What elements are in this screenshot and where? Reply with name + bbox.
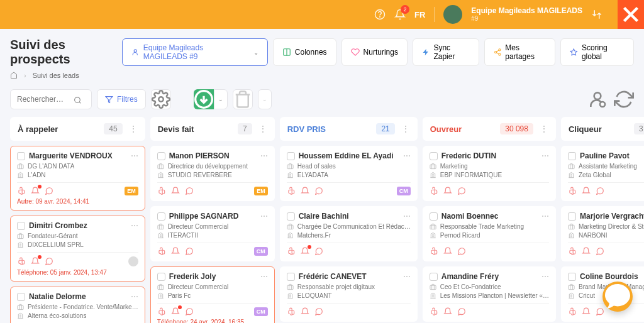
breadcrumb-item[interactable]: Suivi des leads [33,72,79,79]
settings-button[interactable] [151,89,171,109]
checkbox[interactable] [287,152,295,160]
checkbox[interactable] [287,212,295,221]
bell-icon[interactable] [301,187,309,195]
team-pill[interactable]: Equipe Magileads MAGILEADS #9⌄ [122,38,268,66]
bell-icon[interactable] [582,307,591,316]
prospect-card[interactable]: Naomi Boennec⋯Responsable Trade Marketin… [423,206,556,261]
chat-icon[interactable] [596,187,604,195]
columns-pill[interactable]: Colonnes [273,38,336,66]
column-menu-icon[interactable]: ⋮ [125,124,138,134]
checkbox[interactable] [568,152,576,160]
checkbox[interactable] [17,293,25,301]
user-settings-button[interactable] [587,89,608,109]
bell-icon[interactable] [443,247,452,256]
bell-icon[interactable] [31,187,40,195]
chat-icon[interactable] [45,257,53,266]
bell-icon[interactable] [582,187,591,195]
bell-icon[interactable]: 2 [394,9,406,20]
bell-icon[interactable] [443,307,452,316]
download-combo[interactable]: ⌄ [194,89,228,109]
more-icon[interactable]: ⋯ [260,212,268,221]
prospect-card[interactable]: Houssem Eddine EL Ayadi⋯Head of salesELY… [280,146,418,201]
more-icon[interactable]: ⋯ [131,292,138,301]
chat-icon[interactable] [314,187,323,195]
bell-icon[interactable] [443,187,452,195]
language-selector[interactable]: FR [414,10,425,19]
thumbs-down-icon[interactable] [157,187,166,195]
column-menu-icon[interactable]: ⋮ [255,124,267,134]
download-button[interactable] [194,89,214,109]
prospect-card[interactable]: Natalie Delorme⋯Présidente - Fondatrice.… [10,287,145,323]
prospect-card[interactable]: Manon PIERSON⋯Directrice du développemen… [150,146,275,201]
prospect-card[interactable]: Philippe SAGNARD⋯Directeur CommercialITE… [150,206,275,261]
more-icon[interactable]: ⋯ [541,272,549,281]
prospect-card[interactable]: Pauline Pavot⋯Assistante MarketingZeta G… [561,146,644,201]
prospect-card[interactable]: Dimitri Crombez⋯Fondateur-GérantDIXCELLI… [10,216,145,282]
more-icon[interactable]: ⋯ [131,221,138,230]
thumbs-down-icon[interactable] [568,187,577,195]
scoring-pill[interactable]: Scoring global [560,38,634,66]
bell-icon[interactable] [31,257,40,266]
download-dropdown[interactable]: ⌄ [214,89,228,109]
more-icon[interactable]: ⋯ [541,151,549,160]
prospect-card[interactable]: Marjorie Vergracht⋯Marketing Director & … [561,206,644,261]
prospect-card[interactable]: Marguerite VENDROUX⋯DG L'ADN DATAL'ADN E… [10,146,145,211]
more-icon[interactable]: ⋯ [403,272,411,281]
chat-icon[interactable] [457,187,466,195]
filters-button[interactable]: Filtres [97,89,146,109]
checkbox[interactable] [568,212,576,221]
thumbs-down-icon[interactable] [287,247,296,256]
thumbs-down-icon[interactable] [17,257,26,266]
bell-icon[interactable] [582,247,591,256]
checkbox[interactable] [430,212,438,221]
search-input[interactable] [17,95,74,104]
chat-icon[interactable] [314,247,323,256]
prospect-card[interactable]: Frederik Joly⋯Directeur CommercialParis … [150,266,275,323]
checkbox[interactable] [157,212,165,221]
checkbox[interactable] [430,273,438,281]
more-icon[interactable]: ⋯ [260,151,268,160]
more-icon[interactable]: ⋯ [403,212,411,221]
thumbs-down-icon[interactable] [430,307,438,316]
thumbs-down-icon[interactable] [157,247,166,256]
swap-icon[interactable] [591,9,602,20]
trash-button[interactable] [233,89,253,109]
chat-fab[interactable] [602,282,633,312]
thumbs-down-icon[interactable] [17,187,26,195]
bell-icon[interactable] [171,187,180,195]
chat-icon[interactable] [457,247,466,256]
shares-pill[interactable]: Mes partages [484,38,556,66]
chat-icon[interactable] [314,307,323,316]
refresh-button[interactable] [614,89,634,109]
checkbox[interactable] [157,273,165,281]
thumbs-down-icon[interactable] [287,187,296,195]
thumbs-down-icon[interactable] [568,247,577,256]
bell-icon[interactable] [301,247,309,256]
column-menu-icon[interactable]: ⋮ [397,124,410,134]
search-box[interactable] [10,89,92,109]
checkbox[interactable] [568,273,576,281]
bell-icon[interactable] [171,247,180,256]
sync-pill[interactable]: Sync Zapier [413,38,479,66]
checkbox[interactable] [287,273,295,281]
thumbs-down-icon[interactable] [157,307,166,316]
help-icon[interactable] [374,9,386,20]
bell-icon[interactable] [171,307,180,316]
thumbs-down-icon[interactable] [287,307,296,316]
chat-icon[interactable] [185,247,194,256]
more-icon[interactable]: ⋯ [260,272,268,281]
thumbs-down-icon[interactable] [568,307,577,316]
chat-icon[interactable] [45,187,53,195]
prospect-card[interactable]: Claire Bachini⋯Chargée De Communication … [280,206,418,261]
more-icon[interactable]: ⋯ [131,151,138,160]
trash-dropdown[interactable]: ⌄ [258,89,272,109]
chat-icon[interactable] [596,247,604,256]
search-icon[interactable] [74,96,82,104]
checkbox[interactable] [17,222,25,230]
thumbs-down-icon[interactable] [430,247,438,256]
chat-icon[interactable] [457,307,466,316]
more-icon[interactable]: ⋯ [403,151,411,160]
nurturings-pill[interactable]: Nurturings [341,38,408,66]
close-button[interactable] [618,0,644,29]
chat-icon[interactable] [185,307,194,316]
